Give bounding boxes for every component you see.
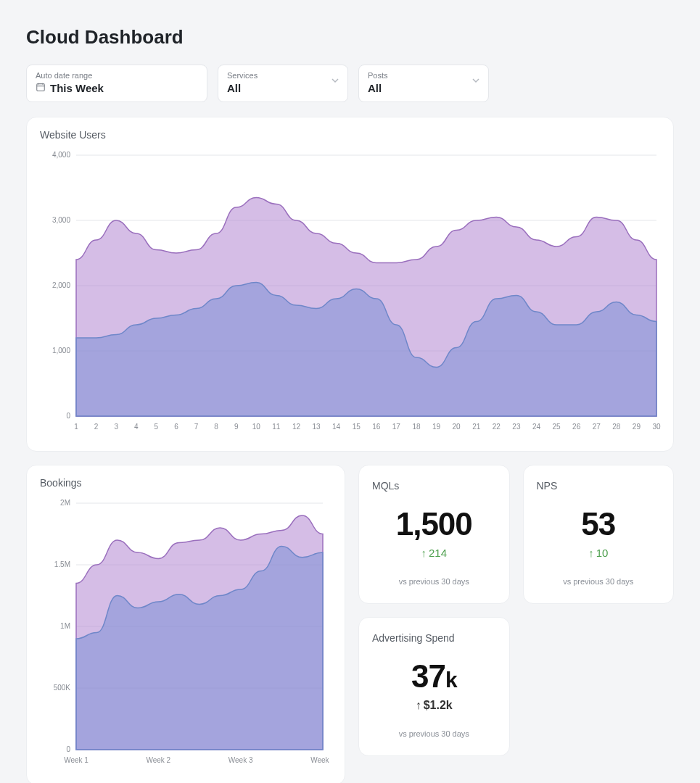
- svg-text:19: 19: [432, 423, 441, 431]
- svg-text:Week 3: Week 3: [228, 756, 253, 764]
- nps-value: 53: [537, 506, 661, 542]
- svg-text:3,000: 3,000: [52, 216, 70, 224]
- svg-text:1.5M: 1.5M: [54, 560, 70, 568]
- arrow-up-icon: ↑: [588, 547, 594, 559]
- chevron-down-icon: [332, 77, 339, 84]
- posts-filter[interactable]: Posts All: [358, 65, 489, 102]
- metric-column-1: MQLs 1,500 ↑ 214 vs previous 30 days Adv…: [358, 465, 510, 783]
- metric-title: Advertising Spend: [372, 632, 496, 644]
- svg-text:26: 26: [572, 423, 581, 431]
- svg-text:6: 6: [174, 423, 178, 431]
- svg-text:0: 0: [66, 412, 70, 420]
- svg-text:500K: 500K: [54, 684, 71, 692]
- svg-text:1M: 1M: [60, 622, 70, 630]
- nps-delta: ↑ 10: [588, 547, 608, 559]
- chart-title: Bookings: [40, 477, 332, 489]
- filters-row: Auto date range This Week Services All P…: [26, 65, 674, 102]
- svg-text:3: 3: [114, 423, 118, 431]
- svg-text:15: 15: [353, 423, 361, 431]
- svg-text:24: 24: [532, 423, 541, 431]
- metric-note: vs previous 30 days: [372, 729, 496, 738]
- arrow-up-icon: ↑: [416, 699, 421, 712]
- mqls-delta: ↑ 214: [421, 547, 447, 559]
- ad-delta-value: $1.2k: [424, 699, 453, 712]
- advertising-spend-card: Advertising Spend 37k ↑ $1.2k vs previou…: [358, 617, 510, 756]
- svg-text:28: 28: [612, 423, 621, 431]
- svg-text:Week 1: Week 1: [64, 756, 88, 764]
- svg-text:8: 8: [214, 423, 218, 431]
- mqls-card: MQLs 1,500 ↑ 214 vs previous 30 days: [358, 465, 510, 604]
- svg-text:10: 10: [252, 423, 261, 431]
- svg-text:14: 14: [332, 423, 341, 431]
- website-users-card: Website Users 01,0002,0003,0004,00012345…: [26, 117, 674, 452]
- ad-value: 37k: [372, 658, 496, 695]
- dashboard-page: Cloud Dashboard Auto date range This Wee…: [10, 10, 690, 783]
- svg-text:27: 27: [593, 423, 601, 431]
- posts-value: All: [368, 82, 382, 94]
- svg-text:Week 2: Week 2: [146, 756, 170, 764]
- svg-text:5: 5: [155, 423, 159, 431]
- arrow-up-icon: ↑: [421, 547, 427, 559]
- svg-text:25: 25: [553, 423, 561, 431]
- svg-text:18: 18: [412, 423, 421, 431]
- bookings-chart: 0500K1M1.5M2MWeek 1Week 2Week 3Week 4: [40, 496, 330, 771]
- svg-text:12: 12: [292, 423, 301, 431]
- nps-delta-value: 10: [596, 547, 609, 559]
- svg-rect-0: [37, 84, 45, 91]
- svg-text:17: 17: [392, 423, 401, 431]
- metric-note: vs previous 30 days: [537, 577, 661, 586]
- nps-card: NPS 53 ↑ 10 vs previous 30 days: [523, 465, 675, 604]
- ad-delta: ↑ $1.2k: [416, 699, 453, 712]
- date-range-filter[interactable]: Auto date range This Week: [26, 65, 207, 102]
- bookings-card: Bookings 0500K1M1.5M2MWeek 1Week 2Week 3…: [26, 465, 345, 783]
- svg-text:20: 20: [453, 423, 461, 431]
- mqls-value: 1,500: [372, 506, 496, 542]
- bottom-row: Bookings 0500K1M1.5M2MWeek 1Week 2Week 3…: [26, 465, 674, 783]
- svg-text:2,000: 2,000: [52, 281, 70, 289]
- ad-value-number: 37: [411, 658, 445, 694]
- chevron-down-icon: [472, 77, 479, 84]
- filter-label: Services: [227, 71, 339, 80]
- svg-text:0: 0: [66, 745, 70, 753]
- svg-text:4: 4: [134, 423, 139, 431]
- metric-column-2: NPS 53 ↑ 10 vs previous 30 days: [523, 465, 675, 783]
- ad-value-suffix: k: [445, 668, 457, 692]
- svg-text:4,000: 4,000: [52, 151, 70, 159]
- svg-text:30: 30: [652, 423, 661, 431]
- svg-text:16: 16: [372, 423, 381, 431]
- chart-title: Website Users: [40, 129, 660, 141]
- filter-label: Auto date range: [36, 71, 198, 80]
- services-value: All: [227, 82, 241, 94]
- svg-text:Week 4: Week 4: [310, 756, 330, 764]
- svg-text:2M: 2M: [60, 499, 70, 507]
- page-title: Cloud Dashboard: [26, 26, 674, 49]
- mqls-delta-value: 214: [429, 547, 447, 559]
- date-range-value: This Week: [50, 82, 104, 94]
- metric-title: MQLs: [372, 480, 496, 492]
- svg-text:22: 22: [493, 423, 501, 431]
- svg-text:29: 29: [633, 423, 641, 431]
- services-filter[interactable]: Services All: [218, 65, 348, 102]
- svg-text:23: 23: [512, 423, 521, 431]
- svg-text:2: 2: [94, 423, 99, 431]
- svg-text:1,000: 1,000: [52, 347, 70, 355]
- svg-text:11: 11: [272, 423, 281, 431]
- filter-label: Posts: [368, 71, 479, 80]
- svg-text:7: 7: [194, 423, 199, 431]
- metric-note: vs previous 30 days: [372, 577, 496, 586]
- svg-text:1: 1: [74, 423, 78, 431]
- metric-title: NPS: [537, 480, 661, 492]
- website-users-chart: 01,0002,0003,0004,0001234567891011121314…: [40, 148, 664, 438]
- calendar-icon: [36, 82, 46, 94]
- svg-text:21: 21: [472, 423, 481, 431]
- svg-text:9: 9: [234, 423, 239, 431]
- svg-text:13: 13: [312, 423, 321, 431]
